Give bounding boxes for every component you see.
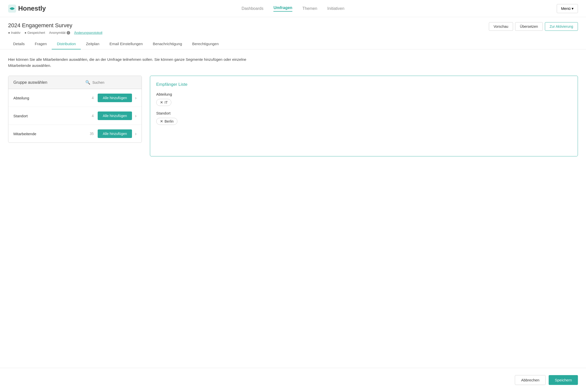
tab-fragen[interactable]: Fragen <box>30 39 52 49</box>
anonymity-info-icon[interactable]: i <box>67 31 70 35</box>
recipient-standort-label: Standort <box>156 111 572 115</box>
recipient-abteilung-tags: ✕ IT <box>156 99 572 106</box>
tab-berechtigungen[interactable]: Berechtigungen <box>187 39 224 49</box>
recipients-title: Empfänger Liste <box>156 82 572 87</box>
tab-details[interactable]: Details <box>8 39 30 49</box>
survey-header: 2024 Engagement Survey ● Inaktiv ● Gespe… <box>0 17 586 35</box>
survey-actions: Vorschau Übersetzen Zur Aktivierung <box>489 22 578 31</box>
group-count-standort: 4 <box>92 114 94 118</box>
tag-it: ✕ IT <box>156 99 171 106</box>
tab-benachrichtigung[interactable]: Benachrichtigung <box>148 39 187 49</box>
group-row-mitarbeitende: Mitarbeitende 35 Alle hinzufügen › <box>8 125 142 143</box>
recipients-panel: Empfänger Liste Abteilung ✕ IT Standort … <box>150 76 578 156</box>
nav-dashboards[interactable]: Dashboards <box>242 6 263 11</box>
chevron-abteilung-icon[interactable]: › <box>135 95 137 101</box>
group-selector-header: Gruppe auswählen 🔍 <box>8 76 142 89</box>
chevron-standort-icon[interactable]: › <box>135 113 137 119</box>
nav-umfragen[interactable]: Umfragen <box>274 6 292 12</box>
tag-berlin: ✕ Berlin <box>156 118 177 125</box>
group-name-standort: Standort <box>13 114 92 118</box>
tab-email-einstellungen[interactable]: Email Einstellungen <box>104 39 148 49</box>
tag-it-remove[interactable]: ✕ <box>160 100 163 104</box>
tab-zeitplan[interactable]: Zeitplan <box>81 39 104 49</box>
group-name-mitarbeitende: Mitarbeitende <box>13 132 90 136</box>
logo: Honestly <box>8 5 46 13</box>
main-nav: Dashboards Umfragen Themen Initiativen <box>242 6 344 12</box>
tag-berlin-label: Berlin <box>165 119 174 123</box>
nav-themen[interactable]: Themen <box>302 6 317 11</box>
recipient-standort-tags: ✕ Berlin <box>156 118 572 125</box>
status-saved: ● Gespeichert <box>24 31 45 35</box>
distribution-description: Hier können Sie alle Mitarbeitenden ausw… <box>8 57 250 69</box>
search-icon: 🔍 <box>85 80 90 85</box>
group-count-abteilung: 4 <box>92 96 94 100</box>
brand-name: Honestly <box>18 5 46 12</box>
anonymity-label: Anonymität i <box>49 31 70 35</box>
recipient-abteilung-label: Abteilung <box>156 92 572 96</box>
add-abteilung-button[interactable]: Alle hinzufügen <box>98 94 132 102</box>
survey-meta: ● Inaktiv ● Gespeichert Anonymität i Änd… <box>8 31 102 35</box>
changelog-link[interactable]: Änderungsprotokoll <box>74 31 102 35</box>
tab-distribution[interactable]: Distribution <box>52 39 81 49</box>
menu-button[interactable]: Menü ▾ <box>557 4 578 13</box>
tag-it-label: IT <box>165 100 168 104</box>
group-count-mitarbeitende: 35 <box>90 132 94 136</box>
cancel-button[interactable]: Abbrechen <box>515 375 546 385</box>
search-area: 🔍 <box>85 80 137 85</box>
tab-bar: Details Fragen Distribution Zeitplan Ema… <box>0 39 586 49</box>
group-name-abteilung: Abteilung <box>13 96 92 100</box>
group-selector-title: Gruppe auswählen <box>13 80 47 85</box>
status-inactive: ● Inaktiv <box>8 31 20 35</box>
add-mitarbeitende-button[interactable]: Alle hinzufügen <box>98 129 132 138</box>
distribution-content: Hier können Sie alle Mitarbeitenden ausw… <box>0 49 586 163</box>
survey-title: 2024 Engagement Survey <box>8 22 102 29</box>
group-selector-panel: Gruppe auswählen 🔍 Abteilung 4 Alle hinz… <box>8 76 142 143</box>
activate-button[interactable]: Zur Aktivierung <box>545 22 578 31</box>
add-standort-button[interactable]: Alle hinzufügen <box>98 111 132 120</box>
group-row-abteilung: Abteilung 4 Alle hinzufügen › <box>8 89 142 107</box>
nav-initiativen[interactable]: Initiativen <box>327 6 344 11</box>
search-input[interactable] <box>92 80 137 85</box>
preview-button[interactable]: Vorschau <box>489 22 513 31</box>
chevron-mitarbeitende-icon[interactable]: › <box>135 131 137 136</box>
translate-button[interactable]: Übersetzen <box>515 22 543 31</box>
save-button[interactable]: Speichern <box>549 375 578 385</box>
tag-berlin-remove[interactable]: ✕ <box>160 119 163 123</box>
distribution-layout: Gruppe auswählen 🔍 Abteilung 4 Alle hinz… <box>8 76 578 156</box>
footer-actions: Abbrechen Speichern <box>0 368 586 392</box>
group-row-standort: Standort 4 Alle hinzufügen › <box>8 107 142 125</box>
